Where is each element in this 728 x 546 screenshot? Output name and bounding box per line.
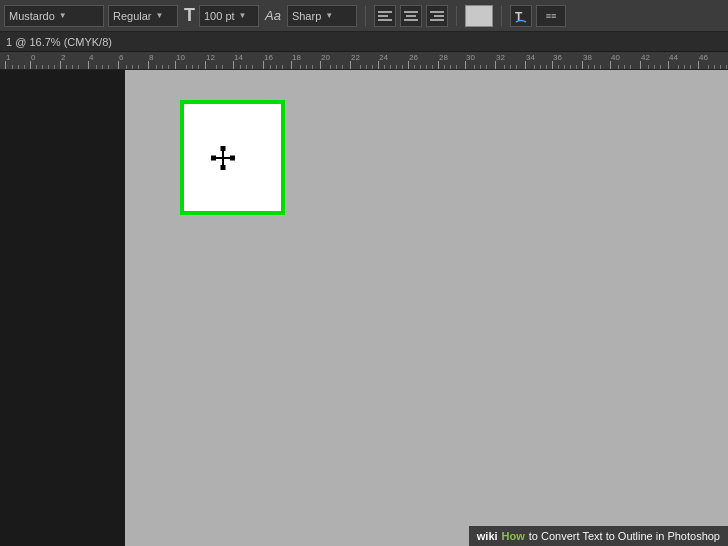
align-left-button[interactable] [374,5,396,27]
warp-text-button[interactable]: T [510,5,532,27]
ruler-minor-tick [306,65,307,69]
char-panel-label: ≡≡ [546,11,557,21]
ruler-minor-tick [588,65,589,69]
ruler-minor-tick [270,65,271,69]
ruler-minor-tick [96,65,97,69]
ruler-minor-tick [660,65,661,69]
font-size-icon: T [184,5,195,26]
info-bar: 1 @ 16.7% (CMYK/8) [0,32,728,52]
ruler-minor-tick [432,65,433,69]
ruler-minor-tick [108,65,109,69]
ruler-minor-tick [162,65,163,69]
ruler-number: 30 [466,53,475,62]
align-center-button[interactable] [400,5,422,27]
ruler-number: 1 [6,53,10,62]
ruler-number: 36 [553,53,562,62]
ruler-minor-tick [132,65,133,69]
ruler-minor-tick [330,65,331,69]
ruler-minor-tick [444,65,445,69]
ruler-tick [582,61,583,69]
ruler-tick [291,61,292,69]
ruler-tick [30,61,31,69]
separator-2 [456,6,457,26]
ruler-minor-tick [414,65,415,69]
ruler-minor-tick [360,65,361,69]
anti-alias-label: Aa [265,8,281,23]
ruler-minor-tick [72,65,73,69]
anti-alias-value: Sharp [292,10,321,22]
ruler-minor-tick [456,65,457,69]
ruler-minor-tick [708,65,709,69]
align-center-icon [404,10,418,22]
separator-1 [365,6,366,26]
ruler-minor-tick [600,65,601,69]
text-color-swatch[interactable] [465,5,493,27]
font-size-label: 100 pt [204,10,235,22]
ruler-tick [88,61,89,69]
ruler-minor-tick [222,65,223,69]
ruler-tick [610,61,611,69]
ruler-minor-tick [720,65,721,69]
font-style-arrow: ▼ [156,11,164,20]
ruler-number: 14 [234,53,243,62]
ruler-minor-tick [726,65,727,69]
font-size-arrow: ▼ [239,11,247,20]
ruler-tick [552,61,553,69]
how-label: How [502,530,525,542]
ruler-tick [495,61,496,69]
ruler-number: 18 [292,53,301,62]
font-style-dropdown[interactable]: Regular ▼ [108,5,178,27]
ruler-tick [438,61,439,69]
ruler-number: 6 [119,53,123,62]
ruler-tick [175,61,176,69]
ruler-tick [640,61,641,69]
ruler-minor-tick [540,65,541,69]
main-area: wikiHow to Convert Text to Outline in Ph… [0,70,728,546]
ruler-minor-tick [534,65,535,69]
ruler-minor-tick [48,65,49,69]
ruler-number: 44 [669,53,678,62]
ruler-minor-tick [186,65,187,69]
ruler-minor-tick [402,65,403,69]
text-layer-box[interactable] [180,100,285,215]
ruler-minor-tick [678,65,679,69]
ruler-minor-tick [648,65,649,69]
char-panel-button[interactable]: ≡≡ [536,5,566,27]
ruler-minor-tick [690,65,691,69]
ruler-minor-tick [168,65,169,69]
ruler-number: 4 [89,53,93,62]
ruler-minor-tick [24,65,25,69]
ruler-minor-tick [372,65,373,69]
font-size-dropdown[interactable]: 100 pt ▼ [199,5,259,27]
ruler-number: 32 [496,53,505,62]
ruler-minor-tick [300,65,301,69]
crosshair-bottom-handle [220,165,225,170]
ruler-minor-tick [240,65,241,69]
ruler-minor-tick [102,65,103,69]
crosshair-right-handle [230,155,235,160]
ruler-minor-tick [714,65,715,69]
ruler-minor-tick [66,65,67,69]
align-right-button[interactable] [426,5,448,27]
ruler-minor-tick [246,65,247,69]
align-right-icon [430,10,444,22]
ruler-minor-tick [366,65,367,69]
ruler-minor-tick [36,65,37,69]
info-text: 1 @ 16.7% (CMYK/8) [6,36,112,48]
ruler-minor-tick [426,65,427,69]
ruler-minor-tick [654,65,655,69]
anti-alias-dropdown[interactable]: Sharp ▼ [287,5,357,27]
align-left-icon [378,10,392,22]
ruler-tick [525,61,526,69]
ruler-minor-tick [504,65,505,69]
ruler-tick [378,61,379,69]
ruler-number: 38 [583,53,592,62]
ruler-minor-tick [594,65,595,69]
canvas-area[interactable]: wikiHow to Convert Text to Outline in Ph… [125,70,728,546]
font-name-dropdown[interactable]: Mustardo ▼ [4,5,104,27]
ruler-minor-tick [486,65,487,69]
crosshair-top-handle [220,146,225,151]
ruler-tick [118,61,119,69]
ruler-tick [408,61,409,69]
ruler-minor-tick [336,65,337,69]
